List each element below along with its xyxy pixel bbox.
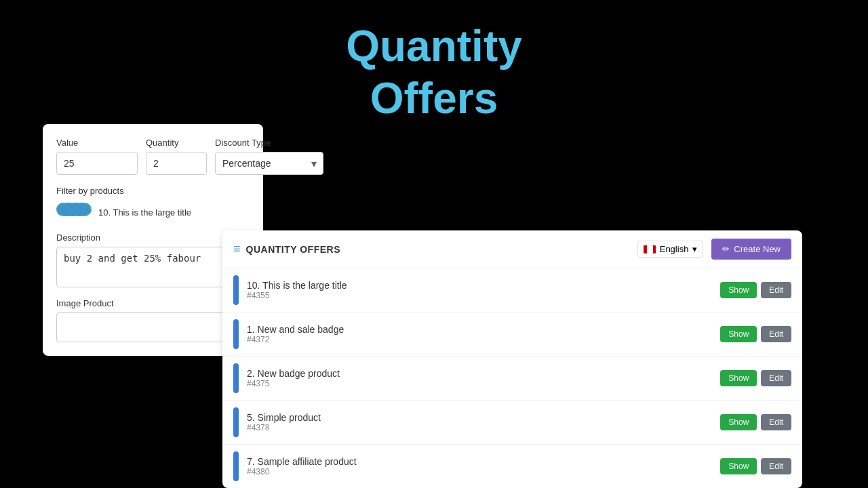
list-body: 10. This is the large title #4355 Show E…	[222, 268, 802, 488]
quantity-label: Quantity	[146, 138, 207, 148]
item-info: 7. Sample affiliate product #4380	[247, 456, 712, 476]
item-name: 10. This is the large title	[247, 280, 712, 291]
item-id: #4380	[247, 467, 712, 476]
list-header-left: ≡ QUANTITY OFFERS	[233, 242, 340, 256]
accent-bar	[233, 451, 239, 481]
quantity-group: Quantity	[146, 138, 207, 175]
show-button[interactable]: Show	[720, 458, 757, 474]
quantity-input[interactable]	[146, 152, 207, 175]
value-group: Value	[56, 138, 138, 175]
edit-button[interactable]: Edit	[761, 326, 791, 342]
product-badge[interactable]	[56, 203, 92, 216]
create-btn-label: Create New	[734, 244, 781, 254]
language-label: English	[660, 244, 689, 254]
item-id: #4375	[247, 379, 712, 388]
list-title: QUANTITY OFFERS	[246, 244, 340, 255]
item-actions: Show Edit	[720, 370, 791, 386]
item-info: 2. New badge product #4375	[247, 368, 712, 388]
show-button[interactable]: Show	[720, 282, 757, 298]
item-actions: Show Edit	[720, 458, 791, 474]
filter-row: 10. This is the large title	[56, 203, 250, 222]
show-button[interactable]: Show	[720, 326, 757, 342]
edit-button[interactable]: Edit	[761, 414, 791, 430]
menu-icon: ≡	[233, 242, 241, 256]
create-new-button[interactable]: ✏ Create New	[711, 239, 791, 260]
discount-type-label: Discount Type	[215, 138, 323, 148]
edit-button[interactable]: Edit	[761, 282, 791, 298]
value-input[interactable]	[56, 152, 138, 175]
item-name: 1. New and sale badge	[247, 324, 712, 335]
item-info: 1. New and sale badge #4372	[247, 324, 712, 344]
selected-product-title: 10. This is the large title	[98, 207, 191, 218]
accent-bar	[233, 363, 239, 393]
filter-label: Filter by products	[56, 186, 250, 196]
item-actions: Show Edit	[720, 282, 791, 298]
list-item: 7. Sample affiliate product #4380 Show E…	[222, 445, 802, 488]
discount-select-wrapper: Percentage Fixed Amount	[215, 152, 323, 175]
image-product-label: Image Product	[56, 298, 250, 308]
image-input-box[interactable]	[56, 312, 250, 342]
discount-type-select[interactable]: Percentage Fixed Amount	[215, 152, 323, 175]
chevron-down-icon: ▾	[692, 244, 697, 254]
canada-flag-icon	[644, 245, 656, 253]
accent-bar	[233, 319, 239, 349]
language-badge[interactable]: English ▾	[637, 241, 704, 258]
list-item: 2. New badge product #4375 Show Edit	[222, 357, 802, 401]
page-title: Quantity Offers	[0, 20, 868, 125]
description-textarea[interactable]: buy 2 and get 25% fabour	[56, 247, 250, 287]
item-info: 5. Simple product #4378	[247, 412, 712, 432]
item-info: 10. This is the large title #4355	[247, 280, 712, 300]
accent-bar	[233, 407, 239, 437]
form-top-row: Value Quantity Discount Type Percentage …	[56, 138, 250, 175]
item-name: 7. Sample affiliate product	[247, 456, 712, 467]
value-label: Value	[56, 138, 138, 148]
accent-bar	[233, 275, 239, 305]
item-actions: Show Edit	[720, 414, 791, 430]
image-product-group: Image Product	[56, 298, 250, 342]
title-line1: Quantity	[346, 22, 522, 70]
show-button[interactable]: Show	[720, 414, 757, 430]
list-item: 1. New and sale badge #4372 Show Edit	[222, 312, 802, 357]
title-line2: Offers	[370, 74, 498, 123]
item-id: #4355	[247, 291, 712, 300]
list-panel: ≡ QUANTITY OFFERS English ▾ ✏ Create New…	[222, 230, 802, 488]
edit-button[interactable]: Edit	[761, 370, 791, 386]
item-name: 2. New badge product	[247, 368, 712, 379]
list-item: 10. This is the large title #4355 Show E…	[222, 268, 802, 312]
edit-button[interactable]: Edit	[761, 458, 791, 474]
page-title-section: Quantity Offers	[0, 0, 868, 138]
description-label: Description	[56, 232, 250, 243]
item-id: #4372	[247, 335, 712, 344]
show-button[interactable]: Show	[720, 370, 757, 386]
item-actions: Show Edit	[720, 326, 791, 342]
discount-group: Discount Type Percentage Fixed Amount	[215, 138, 323, 175]
list-item: 5. Simple product #4378 Show Edit	[222, 401, 802, 445]
list-header: ≡ QUANTITY OFFERS English ▾ ✏ Create New	[222, 230, 802, 268]
list-header-right: English ▾ ✏ Create New	[637, 239, 791, 260]
item-name: 5. Simple product	[247, 412, 712, 423]
description-group: Description buy 2 and get 25% fabour	[56, 232, 250, 287]
item-id: #4378	[247, 423, 712, 432]
pencil-icon: ✏	[722, 244, 730, 254]
